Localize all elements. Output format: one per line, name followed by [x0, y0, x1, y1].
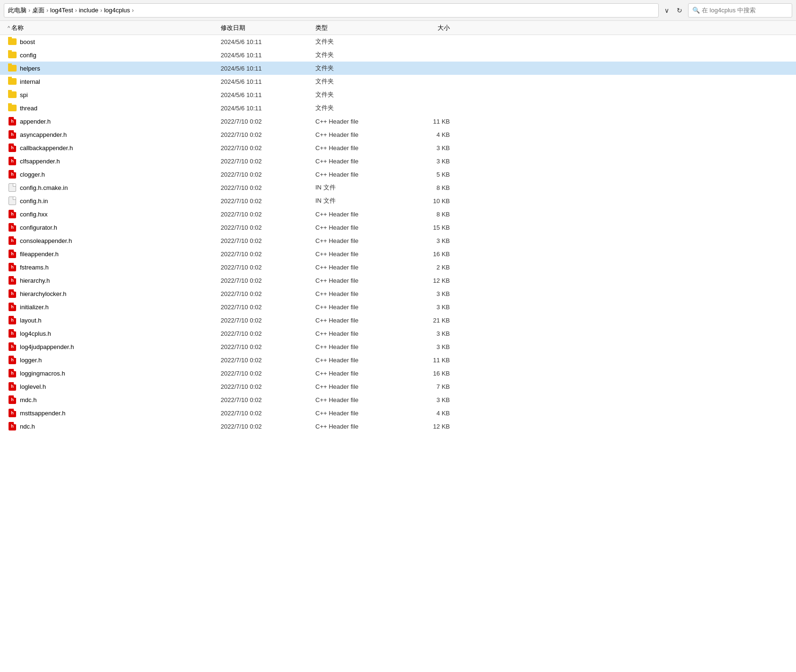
refresh-button[interactable]: ↻	[674, 5, 685, 16]
cell-type: C++ Header file	[315, 211, 410, 218]
col-header-type[interactable]: 类型	[315, 24, 410, 32]
cell-size: 3 KB	[410, 144, 457, 152]
sort-arrow: ^	[8, 25, 10, 31]
list-item[interactable]: h fileappender.h 2022/7/10 0:02 C++ Head…	[0, 247, 796, 260]
list-item[interactable]: h clogger.h 2022/7/10 0:02 C++ Header fi…	[0, 168, 796, 181]
cell-type: C++ Header file	[315, 396, 410, 403]
breadcrumb-sep-1: ›	[46, 7, 48, 14]
folder-icon	[8, 77, 17, 86]
h-file-icon: h	[8, 236, 17, 245]
cell-type: IN 文件	[315, 183, 410, 192]
file-name: config.hxx	[20, 211, 48, 218]
cell-type: C++ Header file	[315, 118, 410, 125]
cell-name: h log4cplus.h	[8, 329, 221, 338]
cell-name: h mdc.h	[8, 395, 221, 404]
file-name: mdc.h	[20, 396, 36, 403]
col-header-size[interactable]: 大小	[410, 24, 457, 32]
cell-date: 2022/7/10 0:02	[221, 237, 315, 244]
cell-date: 2024/5/6 10:11	[221, 65, 315, 72]
list-item[interactable]: h clfsappender.h 2022/7/10 0:02 C++ Head…	[0, 154, 796, 168]
cell-name: h appender.h	[8, 116, 221, 126]
h-file-icon: h	[8, 209, 17, 219]
h-file-icon: h	[8, 143, 17, 152]
list-item[interactable]: helpers 2024/5/6 10:11 文件夹	[0, 62, 796, 75]
file-name: config.h.cmake.in	[20, 184, 68, 191]
cell-date: 2022/7/10 0:02	[221, 317, 315, 324]
cell-type: C++ Header file	[315, 423, 410, 430]
list-item[interactable]: h loglevel.h 2022/7/10 0:02 C++ Header f…	[0, 380, 796, 393]
cell-name: h loggingmacros.h	[8, 368, 221, 378]
list-item[interactable]: thread 2024/5/6 10:11 文件夹	[0, 101, 796, 115]
cell-name: h hierarchylocker.h	[8, 289, 221, 298]
cell-name: h config.hxx	[8, 209, 221, 219]
list-item[interactable]: h logger.h 2022/7/10 0:02 C++ Header fil…	[0, 353, 796, 367]
list-item[interactable]: h log4judpappender.h 2022/7/10 0:02 C++ …	[0, 340, 796, 353]
cell-size: 12 KB	[410, 277, 457, 284]
cell-date: 2022/7/10 0:02	[221, 277, 315, 284]
list-item[interactable]: h callbackappender.h 2022/7/10 0:02 C++ …	[0, 141, 796, 154]
list-item[interactable]: h hierarchy.h 2022/7/10 0:02 C++ Header …	[0, 274, 796, 287]
list-item[interactable]: config 2024/5/6 10:11 文件夹	[0, 48, 796, 62]
file-name: hierarchylocker.h	[20, 290, 66, 297]
cell-type: C++ Header file	[315, 357, 410, 364]
cell-type: 文件夹	[315, 37, 410, 46]
cell-date: 2022/7/10 0:02	[221, 410, 315, 417]
file-name: boost	[20, 38, 35, 45]
file-name: callbackappender.h	[20, 144, 73, 152]
cell-type: 文件夹	[315, 51, 410, 59]
cell-size: 3 KB	[410, 343, 457, 350]
list-item[interactable]: h msttsappender.h 2022/7/10 0:02 C++ Hea…	[0, 406, 796, 420]
cell-type: C++ Header file	[315, 277, 410, 284]
breadcrumb-desktop[interactable]: 桌面	[32, 6, 45, 15]
cell-size: 16 KB	[410, 370, 457, 377]
list-item[interactable]: h asyncappender.h 2022/7/10 0:02 C++ Hea…	[0, 128, 796, 141]
list-item[interactable]: h ndc.h 2022/7/10 0:02 C++ Header file 1…	[0, 420, 796, 433]
cell-type: C++ Header file	[315, 370, 410, 377]
list-item[interactable]: config.h.in 2022/7/10 0:02 IN 文件 10 KB	[0, 194, 796, 207]
list-item[interactable]: spi 2024/5/6 10:11 文件夹	[0, 88, 796, 101]
cell-name: helpers	[8, 63, 221, 73]
cell-size: 3 KB	[410, 330, 457, 337]
cell-name: h asyncappender.h	[8, 130, 221, 139]
cell-name: boost	[8, 37, 221, 46]
cell-size: 2 KB	[410, 264, 457, 271]
breadcrumb[interactable]: 此电脑 › 桌面 › log4Test › include › log4cplu…	[4, 3, 659, 18]
list-item[interactable]: h fstreams.h 2022/7/10 0:02 C++ Header f…	[0, 260, 796, 274]
cell-name: internal	[8, 77, 221, 86]
h-file-icon: h	[8, 382, 17, 391]
address-bar: 此电脑 › 桌面 › log4Test › include › log4cplu…	[0, 0, 796, 21]
search-input[interactable]	[702, 7, 788, 14]
search-box[interactable]: 🔍	[688, 3, 792, 18]
breadcrumb-this-pc[interactable]: 此电脑	[8, 6, 27, 15]
cell-name: h loglevel.h	[8, 382, 221, 391]
list-item[interactable]: h appender.h 2022/7/10 0:02 C++ Header f…	[0, 115, 796, 128]
list-item[interactable]: boost 2024/5/6 10:11 文件夹	[0, 35, 796, 48]
cell-type: C++ Header file	[315, 383, 410, 390]
h-file-icon: h	[8, 355, 17, 365]
cell-name: h clfsappender.h	[8, 156, 221, 166]
breadcrumb-include[interactable]: include	[79, 7, 98, 14]
cell-type: C++ Header file	[315, 237, 410, 244]
breadcrumb-log4cplus[interactable]: log4cplus	[104, 7, 130, 14]
list-item[interactable]: h config.hxx 2022/7/10 0:02 C++ Header f…	[0, 207, 796, 221]
h-file-icon: h	[8, 289, 17, 298]
list-item[interactable]: h initializer.h 2022/7/10 0:02 C++ Heade…	[0, 300, 796, 314]
list-item[interactable]: config.h.cmake.in 2022/7/10 0:02 IN 文件 8…	[0, 181, 796, 194]
cell-date: 2022/7/10 0:02	[221, 118, 315, 125]
cell-name: h clogger.h	[8, 170, 221, 179]
file-name: spi	[20, 91, 28, 99]
col-header-name[interactable]: ^ 名称	[8, 24, 221, 32]
list-item[interactable]: h consoleappender.h 2022/7/10 0:02 C++ H…	[0, 234, 796, 247]
list-item[interactable]: h layout.h 2022/7/10 0:02 C++ Header fil…	[0, 314, 796, 327]
list-item[interactable]: h hierarchylocker.h 2022/7/10 0:02 C++ H…	[0, 287, 796, 300]
list-item[interactable]: h configurator.h 2022/7/10 0:02 C++ Head…	[0, 221, 796, 234]
dropdown-button[interactable]: ∨	[662, 5, 672, 16]
breadcrumb-log4test[interactable]: log4Test	[50, 7, 73, 14]
list-item[interactable]: h log4cplus.h 2022/7/10 0:02 C++ Header …	[0, 327, 796, 340]
folder-icon	[8, 63, 17, 73]
col-header-date[interactable]: 修改日期	[221, 24, 315, 32]
list-item[interactable]: internal 2024/5/6 10:11 文件夹	[0, 75, 796, 88]
cell-name: h initializer.h	[8, 302, 221, 312]
list-item[interactable]: h mdc.h 2022/7/10 0:02 C++ Header file 3…	[0, 393, 796, 406]
list-item[interactable]: h loggingmacros.h 2022/7/10 0:02 C++ Hea…	[0, 367, 796, 380]
